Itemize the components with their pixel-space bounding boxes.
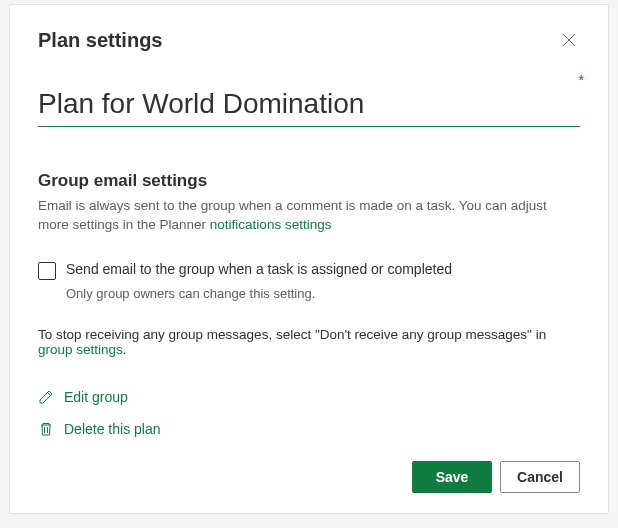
svg-line-2	[48, 392, 51, 395]
send-email-checkbox-label: Send email to the group when a task is a…	[66, 261, 452, 277]
dialog-footer: Save Cancel	[38, 461, 580, 493]
plan-settings-dialog: Plan settings * Group email settings Ema…	[9, 4, 609, 514]
edit-group-label: Edit group	[64, 389, 128, 405]
pencil-icon	[38, 389, 54, 405]
cancel-button[interactable]: Cancel	[500, 461, 580, 493]
send-email-checkbox[interactable]	[38, 262, 56, 280]
group-settings-link[interactable]: group settings	[38, 342, 123, 357]
close-button[interactable]	[558, 29, 580, 51]
save-button[interactable]: Save	[412, 461, 492, 493]
plan-name-field-wrapper: *	[38, 86, 580, 127]
dialog-title: Plan settings	[38, 29, 162, 52]
stop-receiving-text: To stop receiving any group messages, se…	[38, 327, 580, 357]
delete-plan-link[interactable]: Delete this plan	[38, 421, 580, 437]
delete-plan-label: Delete this plan	[64, 421, 161, 437]
group-email-description: Email is always sent to the group when a…	[38, 197, 580, 235]
group-email-heading: Group email settings	[38, 171, 580, 191]
plan-name-input[interactable]	[38, 86, 580, 127]
send-email-checkbox-row: Send email to the group when a task is a…	[38, 261, 580, 280]
stop-receiving-prefix: To stop receiving any group messages, se…	[38, 327, 546, 342]
edit-group-link[interactable]: Edit group	[38, 389, 580, 405]
send-email-checkbox-hint: Only group owners can change this settin…	[66, 286, 580, 301]
stop-receiving-suffix: .	[123, 342, 127, 357]
notifications-settings-link[interactable]: notifications settings	[210, 217, 332, 232]
dialog-header: Plan settings	[38, 29, 580, 52]
close-icon	[562, 33, 576, 47]
required-indicator: *	[579, 72, 584, 88]
trash-icon	[38, 421, 54, 437]
